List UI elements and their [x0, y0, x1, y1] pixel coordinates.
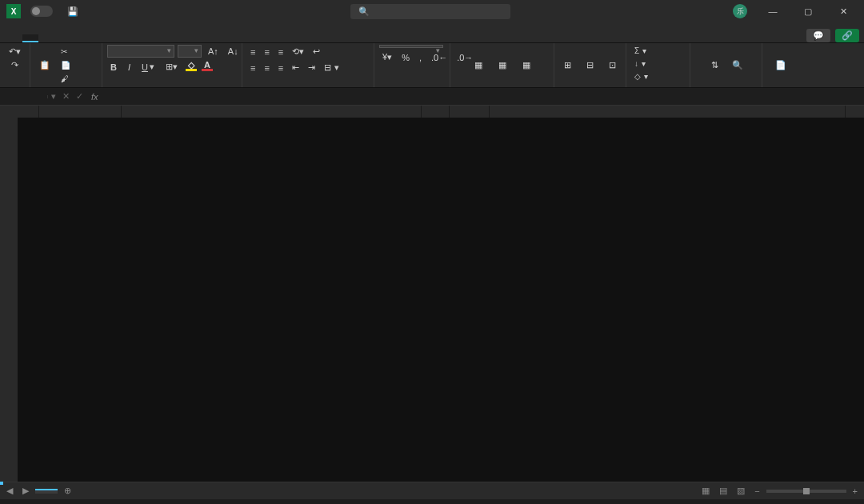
- add-sheet-button[interactable]: ⊕: [61, 486, 74, 496]
- increase-font-button[interactable]: A↑: [205, 45, 222, 58]
- align-mid-button[interactable]: ≡: [261, 45, 272, 58]
- italic-button[interactable]: I: [125, 60, 134, 74]
- indent-dec-button[interactable]: ⇤: [289, 61, 302, 74]
- col-header[interactable]: [39, 106, 122, 118]
- font-name-select[interactable]: [107, 45, 174, 58]
- col-header[interactable]: [122, 106, 422, 118]
- user-account[interactable]: 乐: [728, 4, 747, 18]
- tab-help[interactable]: [146, 36, 162, 42]
- ribbon: ↶▾ ↷ 📋 ✂ 📄 🖌 A↑ A↓ B I: [0, 43, 864, 88]
- col-header[interactable]: [450, 106, 490, 118]
- underline-button[interactable]: U▾: [138, 60, 158, 74]
- comma-button[interactable]: ,: [416, 50, 425, 64]
- paste-icon[interactable]: 📋: [35, 56, 54, 75]
- align-right-button[interactable]: ≡: [275, 61, 286, 74]
- search-input[interactable]: 🔍: [350, 4, 510, 19]
- view-break-button[interactable]: ▧: [734, 486, 748, 496]
- format-cells-button[interactable]: ⊡: [603, 56, 622, 75]
- sheet-next-button[interactable]: ▶: [19, 486, 32, 496]
- col-header[interactable]: [18, 106, 39, 118]
- table-format-button[interactable]: ▦: [493, 56, 512, 75]
- spreadsheet-grid[interactable]: [0, 106, 864, 482]
- minimize-button[interactable]: —: [758, 6, 787, 16]
- search-icon: 🔍: [358, 6, 370, 17]
- zoom-in-button[interactable]: +: [850, 486, 861, 496]
- delete-cells-button[interactable]: ⊟: [581, 56, 600, 75]
- zoom-slider[interactable]: [766, 490, 846, 493]
- cancel-fx-icon[interactable]: ✕: [59, 91, 73, 102]
- insert-cells-button[interactable]: ⊞: [558, 56, 578, 75]
- zoom-out-button[interactable]: −: [751, 486, 762, 496]
- tab-layout[interactable]: [58, 36, 74, 42]
- cond-format-button[interactable]: ▦: [469, 56, 488, 75]
- tab-pdf[interactable]: [163, 36, 179, 42]
- app-icon: X: [6, 4, 21, 18]
- tab-home[interactable]: [22, 34, 38, 42]
- invoice-check-button[interactable]: 📄: [771, 56, 790, 75]
- sort-filter-button[interactable]: ⇅: [706, 56, 725, 75]
- tab-insert[interactable]: [40, 36, 56, 42]
- close-button[interactable]: ✕: [829, 6, 858, 17]
- redo-button[interactable]: ↷: [8, 58, 22, 72]
- indent-inc-button[interactable]: ⇥: [305, 61, 318, 74]
- orient-button[interactable]: ⟲▾: [289, 45, 307, 58]
- fx-icon[interactable]: fx: [86, 92, 103, 102]
- number-format-select[interactable]: [379, 45, 443, 48]
- align-center-button[interactable]: ≡: [261, 61, 272, 74]
- tab-more[interactable]: [181, 36, 197, 42]
- share-button[interactable]: 🔗: [835, 29, 859, 42]
- col-header[interactable]: [422, 106, 450, 118]
- sheet-prev-button[interactable]: ◀: [3, 486, 16, 496]
- cut-button[interactable]: ✂: [58, 46, 75, 58]
- tab-formula[interactable]: [75, 36, 91, 42]
- bold-button[interactable]: B: [107, 60, 120, 74]
- wrap-text-button[interactable]: ↩: [310, 45, 325, 58]
- align-left-button[interactable]: ≡: [247, 61, 258, 74]
- comments-button[interactable]: 💬: [806, 29, 830, 42]
- undo-button[interactable]: ↶▾: [6, 45, 24, 58]
- copy-button[interactable]: 📄: [58, 59, 75, 71]
- save-icon[interactable]: 💾: [67, 6, 78, 17]
- clear-button[interactable]: ◇ ▾: [631, 70, 651, 82]
- accept-fx-icon[interactable]: ✓: [73, 91, 86, 102]
- align-bot-button[interactable]: ≡: [275, 45, 286, 58]
- cell-styles-button[interactable]: ▦: [517, 56, 536, 75]
- tab-data[interactable]: [93, 36, 109, 42]
- tab-view[interactable]: [128, 36, 144, 42]
- tab-file[interactable]: [5, 36, 21, 42]
- align-top-button[interactable]: ≡: [247, 45, 258, 58]
- fill-color-button[interactable]: ◇: [186, 60, 197, 71]
- maximize-button[interactable]: ▢: [794, 6, 822, 17]
- ribbon-tabs: 💬 🔗: [0, 22, 864, 43]
- autosave-toggle[interactable]: [27, 6, 56, 17]
- sheet-tab[interactable]: [35, 489, 58, 494]
- avatar: 乐: [733, 4, 747, 18]
- view-layout-button[interactable]: ▤: [716, 486, 730, 496]
- col-header[interactable]: [490, 106, 846, 118]
- autosum-button[interactable]: Σ ▾: [631, 45, 650, 57]
- border-button[interactable]: ⊞▾: [162, 60, 181, 74]
- font-color-button[interactable]: A: [202, 60, 213, 71]
- view-normal-button[interactable]: ▦: [698, 486, 713, 496]
- merge-button[interactable]: ⊟ ▾: [321, 61, 342, 74]
- formula-bar[interactable]: [103, 95, 864, 98]
- font-size-select[interactable]: [178, 45, 202, 58]
- tab-review[interactable]: [110, 36, 126, 42]
- name-box[interactable]: [0, 95, 48, 98]
- find-select-button[interactable]: 🔍: [728, 56, 747, 75]
- fill-button[interactable]: ↓ ▾: [631, 58, 649, 70]
- currency-button[interactable]: ¥▾: [379, 50, 395, 64]
- decrease-font-button[interactable]: A↓: [225, 45, 242, 58]
- percent-button[interactable]: %: [398, 50, 413, 64]
- format-painter-button[interactable]: 🖌: [58, 73, 75, 85]
